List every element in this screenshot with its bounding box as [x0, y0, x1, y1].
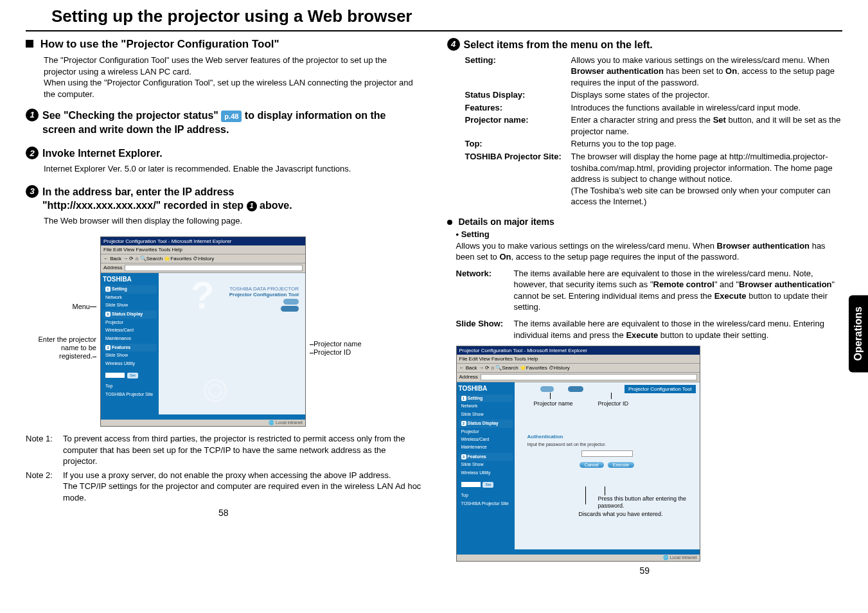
fig2-label-pjid: Projector ID	[598, 400, 629, 407]
sidebar-brand: TOSHIBA	[103, 276, 157, 283]
step-4-text: Select items from the menu on the left.	[464, 38, 843, 52]
step-3-line-2-post: above.	[260, 200, 292, 211]
browser-status-2: 🌐 Local intranet	[457, 555, 700, 561]
details-heading-text: Details on major items	[458, 217, 554, 227]
auth-buttons: Cancel Execute	[527, 462, 687, 468]
note-2-label: Note 2:	[26, 470, 63, 504]
browser-menubar: File Edit View Favorites Tools Help	[101, 245, 305, 254]
step-3-body: The Web browser will then display the fo…	[44, 215, 421, 227]
step-2-body: Internet Explorer Ver. 5.0 or later is r…	[44, 163, 421, 175]
sb-top[interactable]: Top	[103, 382, 157, 390]
sb-name-input[interactable]	[105, 373, 125, 378]
two-column-layout: How to use the "Projector Configuration …	[0, 38, 868, 576]
browser-sidebar: TOSHIBA 1Setting Network Slide Show 2Sta…	[101, 273, 159, 414]
sb-wutil[interactable]: Wireless Utility	[103, 360, 157, 368]
auth-password-input[interactable]	[581, 450, 633, 457]
sb-wutil-2[interactable]: Wireless Utility	[459, 469, 513, 477]
step-4-badge-icon: 4	[447, 38, 460, 51]
page-number-right: 59	[447, 565, 843, 576]
browser-address-bar: Address	[101, 263, 305, 273]
auth-box: Authentication Input the password set on…	[527, 434, 687, 468]
sb-maint[interactable]: Maintenance	[103, 335, 157, 342]
ghost-wifi-icon	[197, 376, 229, 402]
step-1-text: See "Checking the projector status" p.48…	[42, 109, 421, 136]
address-input[interactable]	[125, 265, 303, 271]
sb-slideshow-2b[interactable]: Slide Show	[459, 411, 513, 418]
sb-top-2[interactable]: Top	[459, 492, 513, 499]
sb-slideshow-2[interactable]: Slide Show	[103, 351, 157, 359]
address-input-2[interactable]	[481, 374, 697, 380]
top-label: Top:	[465, 138, 571, 150]
sb-network[interactable]: Network	[103, 294, 157, 301]
browser-main-2: Projector Configuration Tool Projector n…	[515, 382, 700, 549]
top-pjname-badge	[540, 386, 554, 392]
slideshow-label: Slide Show:	[456, 318, 514, 341]
sb-status[interactable]: 2Status Display	[103, 310, 157, 318]
browser-main-1: ? TOSHIBA DATA PROJECTOR Projector Confi…	[159, 273, 305, 414]
sb-set-button-2[interactable]: Set	[483, 482, 493, 488]
projector-title-block: TOSHIBA DATA PROJECTOR Projector Configu…	[229, 286, 299, 312]
sb-site[interactable]: TOSHIBA Projector Site	[103, 391, 157, 398]
step-4-heading: 4 Select items from the menu on the left…	[447, 38, 843, 52]
label-projector-name: Projector name	[310, 340, 362, 348]
address-label: Address	[103, 265, 122, 271]
pjname-desc: Enter a character string and press the S…	[571, 114, 843, 137]
pjname-label: Projector name:	[465, 114, 571, 137]
bullet-dot-icon	[447, 220, 452, 225]
leader-exec	[605, 486, 605, 495]
step-1-pre: See "Checking the projector status"	[42, 110, 221, 121]
row-setting: Setting: Allows you to make various sett…	[465, 55, 843, 89]
setting-desc: Allows you to make various settings on t…	[571, 55, 843, 89]
sb-wireless[interactable]: Wireless/Card	[103, 326, 157, 334]
sb-slideshow-2c[interactable]: Slide Show	[459, 461, 513, 468]
sb-name-input-2[interactable]	[461, 482, 481, 487]
setting-label: Setting:	[465, 55, 571, 89]
status-label: Status Display:	[465, 89, 571, 101]
step-1-heading: 1 See "Checking the projector status" p.…	[26, 109, 421, 136]
step-2-heading: 2 Invoke Internet Explorer.	[26, 147, 421, 161]
page-number-left: 58	[26, 508, 421, 518]
step-3-line-2-pre: "http://xxx.xxx.xxx.xxx/" recorded in st…	[42, 200, 247, 211]
sb-maint-2[interactable]: Maintenance	[459, 443, 513, 451]
network-desc: The items available here are equivalent …	[514, 268, 843, 313]
browser-content: TOSHIBA 1Setting Network Slide Show 2Sta…	[101, 273, 305, 414]
how-to-heading: How to use the "Projector Configuration …	[26, 38, 421, 51]
label-register: Enter the projector name to be registere…	[26, 335, 96, 361]
fig2-label-cancel: Discards what you have entered.	[579, 511, 663, 517]
cancel-button[interactable]: Cancel	[580, 462, 604, 468]
main-title-1: TOSHIBA DATA PROJECTOR	[229, 286, 299, 292]
drow-slideshow: Slide Show: The items available here are…	[456, 318, 843, 341]
notes-block: Note 1: To prevent access from third par…	[26, 433, 421, 503]
note-2: Note 2: If you use a proxy server, do no…	[26, 470, 421, 504]
features-desc: Introduces the functions available in wi…	[571, 102, 843, 114]
sb-setting[interactable]: 1Setting	[103, 285, 157, 293]
sb-slideshow[interactable]: Slide Show	[103, 301, 157, 309]
sb-network-2[interactable]: Network	[459, 402, 513, 410]
sb-setting-2[interactable]: 1Setting	[459, 395, 513, 402]
execute-button[interactable]: Execute	[608, 462, 634, 468]
intro-line-2: When using the "Projector Configuration …	[44, 78, 413, 99]
figure-1-right-labels: Projector name Projector ID	[310, 306, 362, 357]
leader-cancel	[585, 486, 586, 504]
sb-set-button[interactable]: Set	[127, 373, 138, 378]
main-title-2b: Projector Configuration Tool	[624, 385, 696, 393]
auth-hint: Input the password set on the projector.	[527, 442, 687, 447]
note-2-body: If you use a proxy server, do not enable…	[63, 470, 421, 504]
figure-1: Menu Enter the projector name to be regi…	[26, 236, 421, 427]
sb-projector-2[interactable]: Projector	[459, 428, 513, 436]
intro-line-1: The "Projector Configuration Tool" uses …	[44, 55, 387, 76]
sb-features-2[interactable]: 3Features	[459, 453, 513, 461]
sb-wireless-2[interactable]: Wireless/Card	[459, 436, 513, 443]
sb-site-2[interactable]: TOSHIBA Projector Site	[459, 500, 513, 508]
browser-titlebar-2: Projector Configuration Tool - Microsoft…	[457, 346, 700, 355]
label-menu: Menu	[26, 303, 96, 311]
network-label: Network:	[456, 268, 514, 313]
sb-status-2[interactable]: 2Status Display	[459, 420, 513, 427]
step-3-line-1: In the address bar, enter the IP address	[42, 186, 234, 197]
address-label-2: Address	[459, 374, 478, 380]
row-features: Features: Introduces the functions avail…	[465, 102, 843, 114]
sb-features[interactable]: 3Features	[103, 344, 157, 351]
details-heading: Details on major items	[447, 217, 843, 227]
left-column: How to use the "Projector Configuration …	[26, 38, 421, 576]
sb-projector[interactable]: Projector	[103, 319, 157, 326]
